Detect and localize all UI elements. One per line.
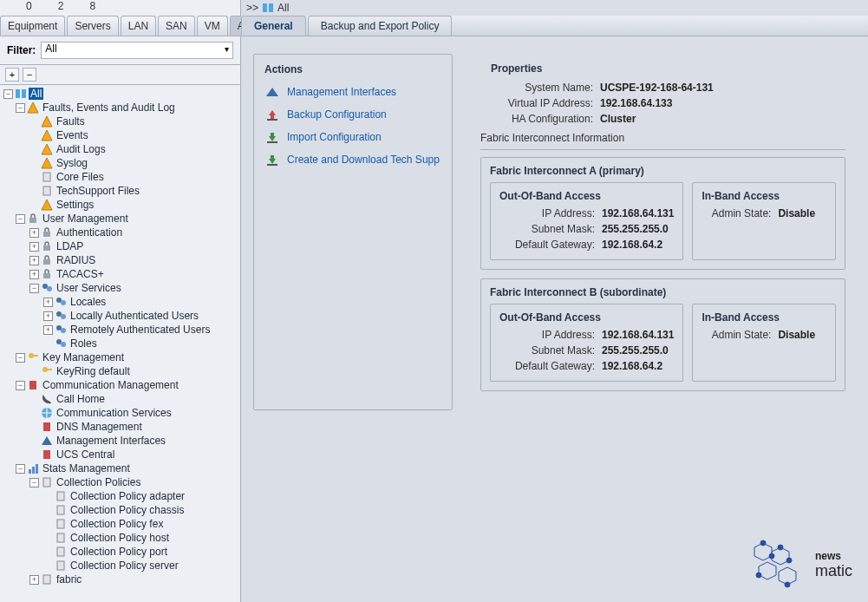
upload-icon [264, 108, 280, 121]
svg-rect-50 [267, 164, 277, 166]
toggle-icon[interactable]: − [29, 284, 39, 293]
toggle-icon[interactable]: − [16, 103, 25, 113]
alert-icon [41, 157, 53, 169]
svg-rect-38 [57, 492, 64, 501]
download-icon [264, 131, 280, 143]
tree-item[interactable]: LDAP [55, 240, 85, 252]
svg-rect-13 [43, 259, 50, 265]
tree-item[interactable]: TACACS+ [55, 268, 106, 280]
expand-all-button[interactable]: + [5, 68, 19, 82]
tree-item[interactable]: Remotely Authenticated Users [69, 324, 212, 336]
alert-icon [41, 199, 53, 211]
watermark: news matic [746, 534, 852, 595]
action-import-configuration[interactable]: Import Configuration [254, 126, 452, 148]
navigation-tree[interactable]: − All − Faults, Events and Audit Log Fau… [0, 85, 240, 602]
tab-lan[interactable]: LAN [121, 16, 156, 36]
tab-san[interactable]: SAN [158, 16, 195, 36]
ha-value: Cluster [600, 113, 636, 125]
tree-item-collection-policies[interactable]: Collection Policies [55, 476, 142, 488]
tree-item[interactable]: Locales [69, 296, 108, 308]
count-a: 0 [26, 0, 32, 12]
filter-select[interactable]: All ▾ [41, 42, 233, 59]
doc-icon [55, 504, 67, 516]
doc-icon [55, 490, 67, 502]
svg-point-19 [56, 311, 62, 317]
collapse-all-button[interactable]: − [23, 68, 36, 82]
toggle-icon[interactable]: − [29, 478, 39, 487]
toggle-icon[interactable]: − [3, 89, 13, 99]
tree-item[interactable]: Collection Policy host [69, 532, 171, 544]
oob-title: Out-Of-Band Access [499, 190, 674, 206]
tree-item[interactable]: Collection Policy server [69, 559, 180, 572]
action-backup-configuration[interactable]: Backup Configuration [254, 103, 452, 126]
fi-b-title: Fabric Interconnect B (subordinate) [490, 286, 836, 304]
svg-point-57 [778, 545, 783, 550]
toggle-icon[interactable]: + [29, 575, 39, 585]
tree-item[interactable]: Collection Policy chassis [69, 504, 186, 516]
tree-item-key-management[interactable]: Key Management [41, 351, 126, 363]
toggle-icon[interactable]: + [29, 270, 39, 279]
tree-item[interactable]: Authentication [55, 226, 124, 239]
svg-point-17 [56, 298, 62, 303]
users-icon [41, 282, 53, 294]
mask-label: Subnet Mask: [499, 223, 595, 235]
tab-vm[interactable]: VM [197, 16, 228, 36]
tree-item[interactable]: TechSupport Files [55, 185, 141, 197]
mask-value: 255.255.255.0 [602, 223, 669, 235]
tab-equipment[interactable]: Equipment [0, 16, 65, 36]
toggle-icon[interactable]: − [16, 381, 25, 390]
tree-item-user-management[interactable]: User Management [41, 213, 130, 225]
tree-item[interactable]: DNS Management [55, 421, 144, 433]
tab-servers[interactable]: Servers [67, 16, 118, 36]
tree-item[interactable]: Communication Services [55, 407, 173, 419]
toggle-icon[interactable]: + [43, 325, 53, 335]
tree-item-keyring[interactable]: KeyRing default [55, 365, 132, 377]
tree-root-all[interactable]: All [29, 88, 43, 100]
tree-item[interactable]: Collection Policy fex [69, 518, 165, 530]
toggle-icon[interactable]: + [43, 311, 53, 321]
gw-label: Default Gateway: [499, 360, 595, 372]
toggle-icon[interactable]: + [43, 298, 53, 307]
folder-icon [15, 88, 27, 100]
toggle-icon[interactable]: − [16, 353, 25, 363]
tree-item-fabric[interactable]: fabric [55, 573, 83, 586]
svg-rect-45 [263, 3, 267, 12]
toggle-icon[interactable]: − [16, 464, 25, 474]
tree-item[interactable]: Call Home [55, 393, 107, 405]
tree-item[interactable]: Audit Logs [55, 143, 108, 155]
tree-item[interactable]: Settings [55, 199, 95, 211]
action-label: Create and Download Tech Supp [287, 154, 440, 166]
tree-item[interactable]: Syslog [55, 157, 89, 169]
tree-item[interactable]: UCS Central [55, 448, 116, 461]
toggle-icon[interactable]: + [29, 256, 39, 265]
tree-item[interactable]: Core Files [55, 171, 106, 183]
tree-item[interactable]: Roles [69, 337, 99, 350]
tab-backup-export[interactable]: Backup and Export Policy [308, 16, 453, 36]
svg-rect-39 [57, 506, 64, 514]
tree-item[interactable]: Faults [55, 115, 87, 128]
tree-item[interactable]: Events [55, 129, 90, 141]
tree-item[interactable]: Collection Policy port [69, 546, 169, 558]
svg-rect-12 [43, 245, 50, 251]
toggle-icon[interactable]: + [29, 228, 39, 238]
tree-item[interactable]: Collection Policy adapter [69, 490, 186, 502]
tree-item-faults-group[interactable]: Faults, Events and Audit Log [41, 101, 177, 114]
svg-rect-48 [267, 119, 277, 121]
tree-item[interactable]: Locally Authenticated Users [69, 310, 200, 322]
svg-rect-33 [43, 450, 50, 459]
tree-item-user-services[interactable]: User Services [55, 282, 123, 294]
action-create-techsupport[interactable]: Create and Download Tech Supp [254, 148, 452, 171]
toggle-icon[interactable]: + [29, 242, 39, 252]
tab-general[interactable]: General [241, 16, 306, 36]
tree-item[interactable]: Management Interfaces [55, 435, 167, 447]
navigation-panel: 0 2 8 Equipment Servers LAN SAN VM Admin… [0, 0, 241, 602]
action-management-interfaces[interactable]: Management Interfaces [254, 81, 452, 103]
svg-point-16 [47, 286, 52, 291]
general-content: Actions Management Interfaces Backup Con… [241, 36, 868, 428]
tree-item[interactable]: RADIUS [55, 254, 97, 266]
chevron-down-icon: ▾ [225, 44, 229, 54]
tree-item-comm-management[interactable]: Communication Management [41, 379, 180, 391]
tree-item-stats-management[interactable]: Stats Management [41, 462, 132, 474]
toggle-icon[interactable]: − [16, 214, 25, 224]
oob-title: Out-Of-Band Access [499, 311, 674, 327]
